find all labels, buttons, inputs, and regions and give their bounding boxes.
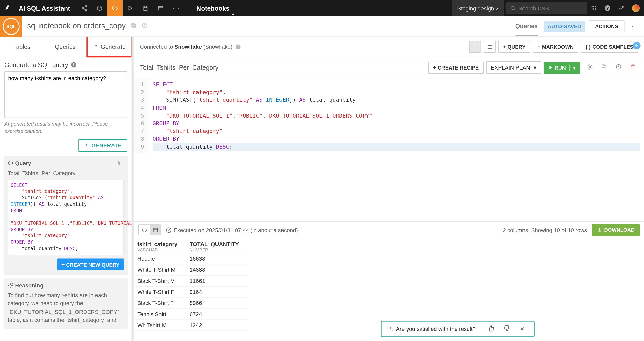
code-icon bbox=[8, 160, 14, 166]
notebook-header: SQL sql notebook on orders_copy Queries … bbox=[0, 16, 644, 37]
feedback-text: Are you satisfied with the result? bbox=[396, 326, 475, 332]
svg-rect-17 bbox=[132, 24, 135, 27]
thumbs-up-icon[interactable] bbox=[488, 325, 497, 333]
copy-query-icon[interactable] bbox=[599, 64, 609, 71]
feedback-popup: Are you satisfied with the result? ✕ bbox=[381, 321, 535, 337]
left-tab-generate[interactable]: Generate bbox=[86, 37, 132, 57]
run-button[interactable]: RUN ▾ bbox=[544, 61, 580, 73]
results-table: tshirt_categoryVARCHAR TOTAL_QUANTITYNUM… bbox=[134, 238, 644, 331]
svg-rect-28 bbox=[603, 66, 606, 69]
back-arrow-icon[interactable]: ← bbox=[629, 22, 640, 31]
explain-plan-button[interactable]: EXPLAIN PLAN ▾ bbox=[486, 61, 541, 74]
svg-point-7 bbox=[595, 6, 596, 7]
user-avatar[interactable] bbox=[632, 4, 640, 12]
info-icon[interactable]: i bbox=[235, 44, 241, 50]
copy-icon[interactable] bbox=[131, 23, 137, 30]
svg-rect-21 bbox=[120, 162, 123, 165]
table-row: Hoodie16638 bbox=[134, 253, 248, 264]
autosaved-badge: AUTO-SAVED bbox=[544, 21, 585, 32]
info-icon[interactable]: i bbox=[71, 62, 77, 68]
dataiku-logo-icon[interactable] bbox=[4, 3, 15, 13]
connection-status: Connected to Snowflake (Snowflake) bbox=[140, 43, 232, 50]
add-cell-icon[interactable]: + bbox=[633, 42, 640, 49]
settings-icon[interactable] bbox=[584, 64, 595, 71]
sparkle-icon bbox=[93, 44, 99, 50]
search-icon bbox=[510, 5, 516, 11]
play-icon[interactable] bbox=[123, 0, 138, 16]
col-header-quantity[interactable]: TOTAL_QUANTITYNUMBER bbox=[186, 238, 248, 253]
svg-rect-22 bbox=[119, 161, 122, 164]
notebooks-nav[interactable]: Notebooks bbox=[196, 5, 229, 12]
generate-button[interactable]: GENERATE bbox=[78, 139, 127, 151]
run-dropdown-icon[interactable]: ▾ bbox=[569, 64, 576, 71]
close-icon[interactable]: ✕ bbox=[520, 326, 525, 332]
save-icon[interactable] bbox=[138, 0, 153, 16]
refresh-icon[interactable] bbox=[92, 0, 107, 16]
generate-tab-label: Generate bbox=[101, 43, 126, 50]
col-header-category[interactable]: tshirt_categoryVARCHAR bbox=[134, 238, 186, 253]
table-row: Black T-Shirt F8966 bbox=[134, 297, 248, 309]
result-view-toggle[interactable] bbox=[138, 224, 161, 235]
svg-text:i: i bbox=[73, 63, 74, 67]
code-view-icon[interactable] bbox=[139, 225, 150, 235]
expand-icon[interactable] bbox=[469, 41, 481, 52]
prompt-input[interactable]: how many t-shirts are in each category? bbox=[4, 71, 127, 118]
create-new-query-button[interactable]: + CREATE NEW QUERY bbox=[57, 258, 124, 270]
download-icon bbox=[597, 227, 602, 232]
svg-point-4 bbox=[511, 6, 514, 9]
delete-icon[interactable] bbox=[628, 64, 638, 71]
play-icon bbox=[548, 65, 553, 70]
svg-text:?: ? bbox=[606, 6, 609, 10]
query-card: Query Total_Tshirts_Per_Category SELECT … bbox=[4, 156, 128, 275]
svg-point-27 bbox=[589, 66, 590, 67]
tab-queries[interactable]: Queries bbox=[515, 16, 538, 36]
svg-point-11 bbox=[592, 9, 593, 10]
env-selector[interactable]: Staging design 2 bbox=[452, 0, 504, 16]
reasoning-label: Reasoning bbox=[15, 282, 43, 289]
sql-badge-icon: SQL bbox=[3, 18, 20, 35]
results-info: 2 columns. Showing 10 of 10 rows bbox=[503, 227, 587, 233]
add-query-button[interactable]: + QUERY bbox=[498, 41, 530, 52]
list-icon[interactable] bbox=[484, 41, 496, 52]
svg-point-1 bbox=[82, 8, 83, 9]
query-card-name: Total_Tshirts_Per_Category bbox=[8, 170, 124, 176]
global-search[interactable]: Search DSS... bbox=[506, 2, 587, 14]
svg-rect-31 bbox=[153, 228, 157, 232]
left-tab-tables[interactable]: Tables bbox=[0, 37, 44, 56]
svg-rect-29 bbox=[602, 65, 605, 68]
download-button[interactable]: DOWNLOAD bbox=[592, 224, 640, 236]
share-icon[interactable] bbox=[76, 0, 92, 16]
app-title: AI SQL Assistant bbox=[19, 5, 70, 12]
table-row: Tennis Shirt6724 bbox=[134, 309, 248, 320]
thumbs-down-icon[interactable] bbox=[504, 325, 513, 333]
more-icon[interactable]: ⋯ bbox=[168, 0, 184, 16]
apps-icon[interactable] bbox=[587, 0, 601, 16]
sql-editor[interactable]: 123456789 SELECT "tshirt_category", SUM(… bbox=[134, 78, 644, 153]
table-row: White T-Shirt F9164 bbox=[134, 286, 248, 297]
code-tab-icon[interactable] bbox=[107, 0, 123, 16]
reasoning-text: To find out how many t-shirts are in eac… bbox=[8, 291, 124, 324]
actions-button[interactable]: ACTIONS bbox=[589, 20, 624, 32]
left-panel: Tables Queries Generate Generate a SQL q… bbox=[0, 37, 134, 340]
left-tab-queries[interactable]: Queries bbox=[44, 37, 87, 56]
sparkle-icon bbox=[388, 326, 394, 332]
history-icon[interactable] bbox=[142, 23, 148, 30]
add-markdown-button[interactable]: + MARKDOWN bbox=[533, 41, 578, 52]
grid-icon[interactable] bbox=[153, 0, 169, 16]
activity-icon[interactable] bbox=[614, 0, 628, 16]
clock-icon[interactable] bbox=[613, 64, 624, 71]
generate-button-label: GENERATE bbox=[91, 142, 122, 148]
execution-status: Executed on 2025/01/31 07:44 (in about a… bbox=[166, 227, 298, 233]
editor-gutter: 123456789 bbox=[134, 78, 148, 153]
query-title: Total_Tshirts_Per_Category bbox=[140, 64, 218, 71]
table-view-icon[interactable] bbox=[150, 225, 161, 235]
copy-icon[interactable] bbox=[118, 160, 124, 166]
create-recipe-button[interactable]: + CREATE RECIPE bbox=[428, 61, 484, 73]
gear-icon bbox=[8, 283, 14, 289]
generate-header: Generate a SQL query i bbox=[0, 57, 132, 71]
editor-code[interactable]: SELECT "tshirt_category", SUM(CAST("tshi… bbox=[148, 78, 644, 153]
search-placeholder: Search DSS... bbox=[518, 5, 553, 11]
help-icon[interactable]: ? bbox=[601, 0, 614, 16]
code-samples-button[interactable]: { } CODE SAMPLES bbox=[581, 41, 638, 52]
svg-point-6 bbox=[593, 6, 594, 7]
